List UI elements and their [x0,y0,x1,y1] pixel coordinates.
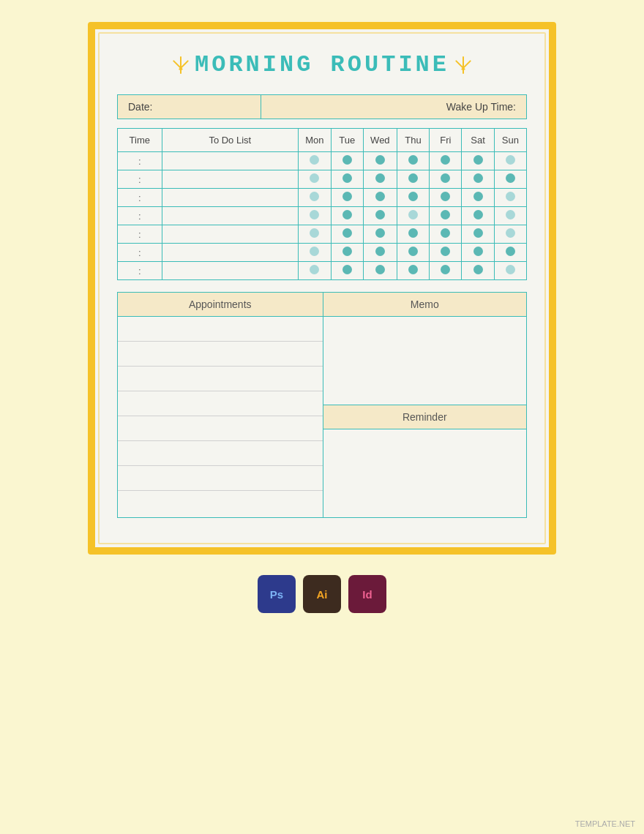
appt-line-3 [118,367,323,391]
time-cell: : [118,225,162,244]
day-dot [310,192,319,201]
task-cell [162,170,298,189]
day-cell [363,170,397,189]
appt-line-7 [118,466,323,491]
task-cell [162,207,298,225]
reminder-body [323,429,527,517]
day-cell [494,170,526,189]
day-dot [506,192,515,201]
right-decoration [460,56,467,74]
memo-section: Memo [323,292,528,405]
col-sat: Sat [462,129,494,152]
table-row: : [118,225,527,244]
table-row: : [118,152,527,170]
day-cell [298,225,331,244]
day-cell [494,262,526,280]
day-cell [397,225,429,244]
appt-line-2 [118,342,323,367]
day-dot [408,228,418,238]
col-fri: Fri [430,129,462,152]
table-row: : [118,262,527,280]
time-cell: : [118,244,162,262]
day-dot [408,265,418,274]
appt-line-8 [118,491,323,516]
badge-ps: Ps [258,575,296,613]
day-cell [494,244,526,262]
day-dot [310,173,319,183]
title-area: MORNING ROUTINE [117,51,527,78]
day-cell [331,262,363,280]
day-dot [408,247,418,256]
day-dot [375,173,385,183]
watermark: TEMPLATE.NET [575,819,635,828]
schedule-table: Time To Do List Mon Tue Wed Thu Fri Sat … [117,128,527,280]
appt-line-5 [118,416,323,441]
memo-header: Memo [323,293,527,317]
day-dot [473,210,483,219]
day-dot [473,247,483,256]
badge-ps-label: Ps [270,588,283,601]
task-cell [162,244,298,262]
day-cell [298,207,331,225]
appointments-column: Appointments [117,292,323,518]
badge-ai: Ai [303,575,341,613]
day-cell [494,189,526,207]
day-dot [506,155,515,165]
wakeup-label: Wake Up Time: [261,95,526,119]
day-dot [310,265,319,274]
day-dot [375,210,385,219]
appt-line-1 [118,317,323,342]
badge-id-label: Id [362,588,372,601]
appt-line-4 [118,391,323,416]
day-dot [310,210,319,219]
day-dot [441,265,450,274]
day-dot [375,155,385,165]
badge-ai-label: Ai [317,588,328,601]
day-dot [441,173,450,183]
col-time: Time [118,129,162,152]
col-wed: Wed [363,129,397,152]
bottom-section: Appointments Memo Reminder [117,292,527,518]
day-dot [506,247,515,256]
day-dot [310,228,319,238]
day-cell [331,189,363,207]
day-cell [363,262,397,280]
col-sun: Sun [494,129,526,152]
day-cell [331,170,363,189]
day-cell [494,152,526,170]
time-cell: : [118,207,162,225]
day-cell [397,244,429,262]
day-dot [473,173,483,183]
task-cell [162,152,298,170]
right-column: Memo Reminder [323,292,528,518]
table-row: : [118,207,527,225]
day-cell [397,189,429,207]
day-dot [506,210,515,219]
day-dot [375,265,385,274]
day-cell [430,244,462,262]
day-cell [363,225,397,244]
day-dot [342,210,352,219]
col-todo: To Do List [162,129,298,152]
day-cell [462,244,494,262]
day-cell [430,152,462,170]
table-row: : [118,244,527,262]
day-dot [342,192,352,201]
task-cell [162,262,298,280]
day-cell [462,262,494,280]
day-cell [462,189,494,207]
task-cell [162,225,298,244]
col-thu: Thu [397,129,429,152]
day-dot [310,247,319,256]
day-cell [363,207,397,225]
day-dot [473,228,483,238]
day-cell [363,244,397,262]
day-cell [298,262,331,280]
day-dot [506,173,515,183]
task-cell [162,189,298,207]
reminder-section: Reminder [323,405,528,518]
col-mon: Mon [298,129,331,152]
day-cell [363,152,397,170]
day-dot [441,247,450,256]
day-cell [331,207,363,225]
